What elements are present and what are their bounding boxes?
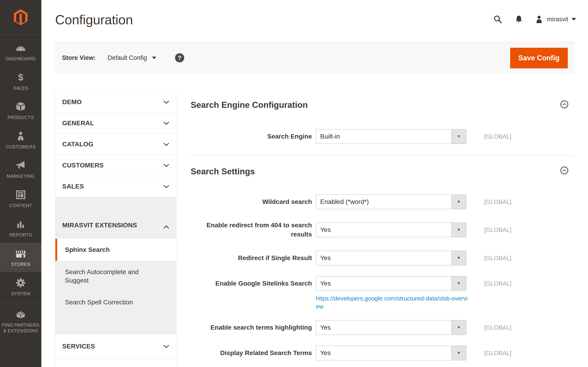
sidebar-item-system[interactable]: SYSTEM [0, 272, 41, 301]
sidebar-item-label: SALES [13, 85, 28, 91]
sidebar-item-content[interactable]: CONTENT [0, 184, 41, 213]
scope-label: [GLOBAL] [484, 280, 511, 287]
app-sidebar: DASHBOARD $ SALES PRODUCTS CUSTOMERS [0, 0, 41, 367]
form-row-search-terms-highlighting: Enable search terms highlighting Yes ▼ [… [191, 320, 577, 335]
dropdown-arrow-icon: ▼ [451, 346, 466, 360]
customers-person-icon [15, 130, 27, 142]
select-value: Yes [316, 280, 331, 287]
form-row-redirect-404: Enable redirect from 404 to search resul… [191, 223, 577, 237]
store-view-switcher[interactable]: Default Config [108, 54, 156, 61]
config-subnav: Sphinx Search Search Autocomplete and Su… [55, 235, 176, 334]
sidebar-item-label: STORES [11, 261, 30, 267]
google-sitelinks-select[interactable]: Yes ▼ [316, 276, 466, 291]
help-icon[interactable]: ? [175, 53, 184, 62]
marketing-megaphone-icon [15, 159, 27, 171]
wildcard-search-select[interactable]: Enabled (*word*) ▼ [316, 194, 466, 209]
form-row-google-sitelinks: Enable Google Sitelinks Search Yes ▼ [GL… [191, 276, 577, 291]
redirect-404-select[interactable]: Yes ▼ [316, 223, 466, 237]
form-row-redirect-single-result: Redirect if Single Result Yes ▼ [GLOBAL] [191, 251, 577, 265]
sidebar-item-dashboard[interactable]: DASHBOARD [0, 37, 41, 67]
chevron-up-icon [562, 169, 566, 172]
subnav-item-search-autocomplete[interactable]: Search Autocomplete and Suggest [55, 268, 161, 285]
field-label: Enable redirect from 404 to search resul… [191, 221, 312, 239]
field-label: Display Related Search Terms [191, 348, 312, 358]
sidebar-item-reports[interactable]: REPORTS [0, 213, 41, 243]
config-group-label: SERVICES [62, 343, 95, 350]
search-engine-select[interactable]: Built-in ▼ [316, 129, 466, 144]
form-row-search-engine: Search Engine Built-in ▼ [GLOBAL] [191, 129, 577, 144]
admin-user-menu[interactable]: mirasvit [534, 14, 576, 24]
config-group-label: SALES [62, 183, 84, 190]
config-group-label: MIRASVIT EXTENSIONS [62, 222, 137, 229]
sidebar-item-find-partners[interactable]: FIND PARTNERS & EXTENSIONS [0, 303, 41, 339]
search-icon[interactable] [493, 14, 503, 24]
sidebar-item-label: CUSTOMERS [6, 144, 36, 150]
sidebar-item-stores[interactable]: STORES [0, 243, 41, 272]
collapse-section-button[interactable] [561, 167, 568, 174]
scope-label: [GLOBAL] [484, 226, 511, 234]
field-label: Redirect if Single Result [191, 253, 312, 263]
config-group-label: CATALOG [62, 141, 94, 148]
section-title-search-settings: Search Settings [191, 167, 255, 176]
config-group-general[interactable]: GENERAL [55, 113, 176, 134]
scope-label: [GLOBAL] [484, 324, 511, 331]
sidebar-item-sales[interactable]: $ SALES [0, 67, 41, 96]
config-group-mirasvit-extensions[interactable]: MIRASVIT EXTENSIONS [55, 197, 176, 235]
scope-label: [GLOBAL] [484, 133, 511, 140]
sidebar-item-label: CONTENT [9, 203, 32, 209]
select-value: Yes [316, 226, 331, 234]
select-value: Yes [316, 324, 331, 331]
config-group-label: GENERAL [62, 119, 94, 127]
config-group-services[interactable]: SERVICES [55, 334, 176, 359]
dropdown-arrow-icon: ▼ [451, 276, 466, 291]
select-value: Enabled (*word*) [316, 198, 369, 206]
reports-bars-icon [15, 218, 27, 230]
sidebar-item-marketing[interactable]: MARKETING [0, 155, 41, 184]
subnav-item-label: Search Spell Correction [65, 299, 133, 306]
content-layout-icon [15, 189, 27, 201]
store-view-toolbar: Store View: Default Config ? Save Config [55, 42, 575, 73]
find-partners-brick-icon [15, 308, 27, 320]
field-label: Enable Google Sitelinks Search [191, 279, 312, 288]
subnav-item-label: Sphinx Search [65, 246, 110, 253]
section-title-search-engine-configuration: Search Engine Configuration [191, 100, 308, 110]
page-title: Configuration [55, 12, 133, 27]
display-related-search-terms-select[interactable]: Yes ▼ [316, 346, 466, 360]
config-group-sales[interactable]: SALES [55, 176, 176, 197]
sitelinks-docs-link[interactable]: https://developers.google.com/structured… [316, 294, 470, 311]
sidebar-item-customers[interactable]: CUSTOMERS [0, 125, 41, 155]
store-view-value: Default Config [108, 54, 147, 61]
magento-logo[interactable] [0, 0, 41, 34]
sidebar-nav: DASHBOARD $ SALES PRODUCTS CUSTOMERS [0, 34, 41, 339]
section-divider [191, 155, 575, 156]
config-group-label: DEMO [62, 98, 82, 106]
sidebar-item-label: PRODUCTS [8, 115, 34, 120]
dropdown-arrow-icon: ▼ [451, 223, 466, 237]
products-box-icon [15, 101, 27, 113]
subnav-item-sphinx-search[interactable]: Sphinx Search [55, 239, 176, 261]
svg-text:$: $ [18, 72, 23, 83]
save-config-button[interactable]: Save Config [510, 48, 568, 68]
chevron-down-icon [571, 18, 576, 21]
chevron-down-icon [163, 344, 169, 348]
chevron-down-icon [163, 164, 169, 167]
dropdown-arrow-icon: ▼ [451, 195, 466, 209]
config-group-demo[interactable]: DEMO [55, 92, 176, 113]
chevron-up-icon [562, 103, 566, 106]
notifications-bell-icon[interactable] [514, 14, 524, 24]
select-value: Built-in [316, 133, 340, 140]
scope-label: [GLOBAL] [484, 198, 511, 206]
config-group-customers[interactable]: CUSTOMERS [55, 155, 176, 176]
redirect-single-result-select[interactable]: Yes ▼ [316, 251, 466, 265]
sidebar-item-label: SYSTEM [11, 291, 30, 297]
field-label: Search Engine [191, 132, 312, 141]
sidebar-item-products[interactable]: PRODUCTS [0, 96, 41, 125]
config-group-catalog[interactable]: CATALOG [55, 134, 176, 155]
collapse-section-button[interactable] [561, 100, 568, 108]
field-label: Wildcard search [191, 197, 312, 206]
dashboard-gauge-icon [15, 42, 27, 54]
config-section-nav: DEMO GENERAL CATALOG CUSTOMERS SALES MIR… [55, 91, 176, 367]
scope-label: [GLOBAL] [484, 350, 511, 357]
subnav-item-search-spell-correction[interactable]: Search Spell Correction [55, 298, 176, 307]
search-terms-highlighting-select[interactable]: Yes ▼ [316, 320, 466, 335]
